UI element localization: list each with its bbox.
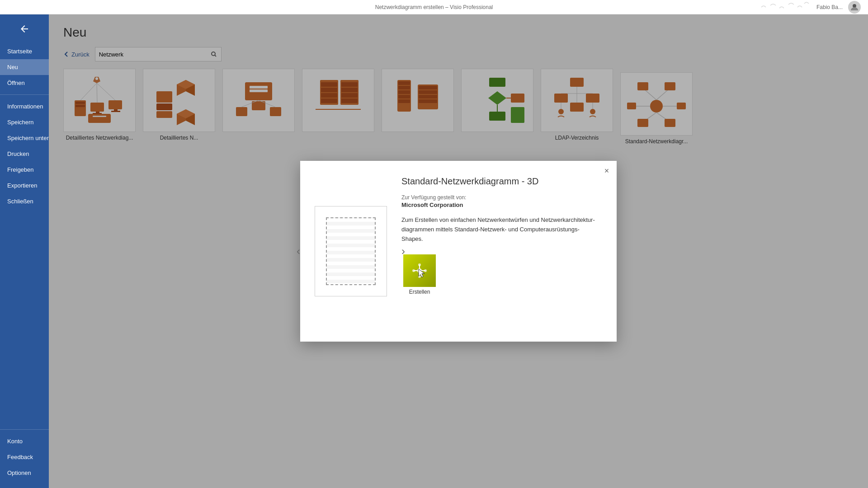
modal-nav-left-button[interactable]: ‹ <box>297 245 300 258</box>
modal-body: ‹ › Standard-Netzwerkdiagramm - 3D Zur V… <box>300 161 617 342</box>
modal-provider: Microsoft Corporation <box>401 202 602 208</box>
title-bar-right: Fabio Ba... <box>757 1 861 14</box>
sidebar-item-exportieren[interactable]: Exportieren <box>0 178 49 193</box>
modal-preview-grid <box>326 217 376 285</box>
modal-dialog: × ‹ › <box>300 161 617 342</box>
sidebar: Startseite Neu Öffnen Informationen Spei… <box>0 14 49 488</box>
svg-point-105 <box>424 269 427 272</box>
user-name: Fabio Ba... <box>816 4 843 10</box>
network-create-icon <box>411 263 428 279</box>
modal-close-button[interactable]: × <box>601 165 612 176</box>
sidebar-item-speichern[interactable]: Speichern <box>0 114 49 130</box>
sidebar-item-informationen[interactable]: Informationen <box>0 99 49 114</box>
create-button-label: Erstellen <box>409 289 430 295</box>
sidebar-divider-2 <box>0 429 49 430</box>
svg-point-0 <box>853 4 856 8</box>
svg-point-103 <box>418 275 421 278</box>
title-bar: Netzwerkdiagramm erstellen – Visio Profe… <box>0 0 868 14</box>
sidebar-divider-1 <box>0 94 49 95</box>
content-area: Neu Zurück <box>49 14 868 488</box>
sidebar-top: Startseite Neu Öffnen Informationen Spei… <box>0 14 49 426</box>
sidebar-item-drucken[interactable]: Drucken <box>0 146 49 162</box>
svg-point-102 <box>418 263 421 266</box>
modal-preview-canvas <box>315 206 387 296</box>
close-icon: × <box>604 166 609 176</box>
modal-provider-label: Zur Verfügung gestellt von: <box>401 194 602 201</box>
app-container: Startseite Neu Öffnen Informationen Spei… <box>0 14 868 488</box>
app-title: Netzwerkdiagramm erstellen – Visio Profe… <box>375 4 493 10</box>
modal-title: Standard-Netzwerkdiagramm - 3D <box>401 175 602 187</box>
create-button[interactable] <box>403 254 436 287</box>
sidebar-item-startseite[interactable]: Startseite <box>0 43 49 59</box>
sidebar-item-konto[interactable]: Konto <box>0 433 49 449</box>
create-button-wrap: Erstellen <box>401 254 438 295</box>
svg-point-97 <box>417 268 422 273</box>
svg-point-104 <box>412 269 415 272</box>
modal-overlay: × ‹ › <box>49 14 868 488</box>
chevron-left-icon: ‹ <box>297 245 300 257</box>
sidebar-item-optionen[interactable]: Optionen <box>0 465 49 481</box>
modal-description: Zum Erstellen von einfachen Netzwerkentw… <box>401 216 602 244</box>
modal-preview-area: ‹ › <box>315 175 387 327</box>
sidebar-item-neu[interactable]: Neu <box>0 59 49 75</box>
avatar <box>848 1 861 14</box>
sidebar-item-freigeben[interactable]: Freigeben <box>0 162 49 178</box>
sidebar-item-speichern-unter[interactable]: Speichern unter <box>0 130 49 146</box>
sidebar-item-oeffnen[interactable]: Öffnen <box>0 75 49 91</box>
modal-info: Standard-Netzwerkdiagramm - 3D Zur Verfü… <box>401 175 602 327</box>
sidebar-bottom: Konto Feedback Optionen <box>0 426 49 488</box>
birds-decoration <box>757 1 811 14</box>
sidebar-item-feedback[interactable]: Feedback <box>0 449 49 465</box>
back-arrow-button[interactable] <box>14 18 35 40</box>
sidebar-item-schliessen[interactable]: Schließen <box>0 193 49 209</box>
